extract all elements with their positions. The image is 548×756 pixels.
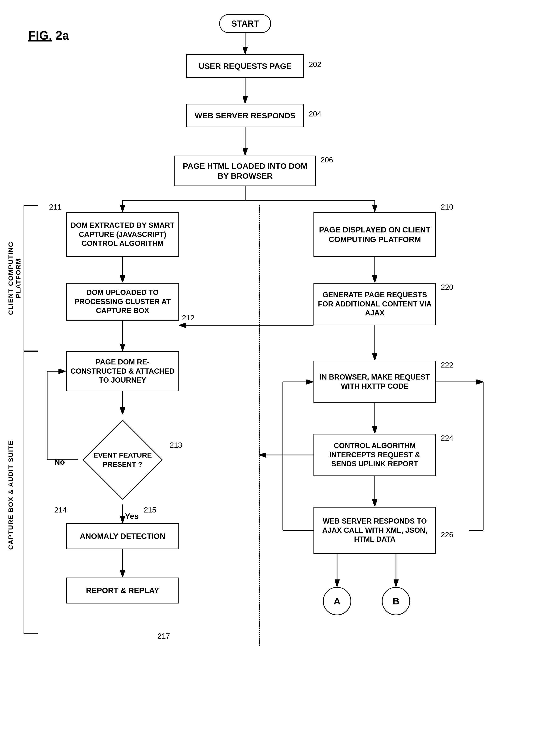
ref-202: 202 — [309, 60, 321, 69]
start-node: START — [219, 14, 271, 33]
box-210: PAGE DISPLAYED ON CLIENT COMPUTING PLATF… — [313, 212, 436, 257]
ref-211: 211 — [49, 203, 62, 211]
ref-210: 210 — [441, 203, 453, 211]
box-212: DOM UPLOADED TO PROCESSING CLUSTER AT CA… — [66, 283, 179, 321]
no-label: No — [54, 457, 65, 467]
ref-214: 214 — [54, 506, 67, 514]
fig-number: 2a — [56, 29, 69, 42]
ref-226: 226 — [441, 530, 453, 539]
box-222: IN BROWSER, MAKE REQUEST WITH HXTTP CODE — [313, 361, 436, 403]
box-pagerecon: PAGE DOM RE-CONSTRUCTED & ATTACHED TO JO… — [66, 351, 179, 391]
ref-217: 217 — [157, 632, 170, 640]
bracket-capture — [24, 351, 38, 634]
yes-label: Yes — [125, 512, 139, 521]
ref-220: 220 — [441, 283, 453, 292]
node-a: A — [323, 587, 351, 615]
fig-text: FIG. — [28, 29, 52, 42]
ref-204: 204 — [309, 110, 321, 118]
ref-212: 212 — [182, 314, 194, 322]
bracket-client — [24, 205, 38, 351]
box-226: WEB SERVER RESPONDS TO AJAX CALL WITH XM… — [313, 507, 436, 554]
ref-213: 213 — [170, 441, 182, 450]
box-220: GENERATE PAGE REQUESTS FOR ADDITIONAL CO… — [313, 283, 436, 325]
box-206: PAGE HTML LOADED INTO DOM BY BROWSER — [174, 156, 316, 186]
box-204: WEB SERVER RESPONDS — [186, 104, 304, 127]
box-202: USER REQUESTS PAGE — [186, 54, 304, 78]
diamond-event: EVENT FEATURE PRESENT ? — [78, 415, 167, 504]
node-b: B — [382, 587, 410, 615]
ref-206: 206 — [321, 156, 333, 164]
separator-line — [259, 205, 260, 646]
client-computing-label: CLIENT COMPUTING PLATFORM — [7, 231, 21, 325]
box-report: REPORT & REPLAY — [66, 578, 179, 603]
diagram: FIG. 2a START USER REQUESTS PAGE 202 WEB… — [0, 0, 548, 756]
figure-label: FIG. 2a — [28, 28, 69, 42]
ref-215: 215 — [144, 506, 156, 514]
box-211: DOM EXTRACTED BY SMART CAPTURE (JAVASCRI… — [66, 212, 179, 257]
diamond-text: EVENT FEATURE PRESENT ? — [78, 450, 167, 469]
ref-224: 224 — [441, 434, 453, 442]
box-anomaly: ANOMALY DETECTION — [66, 523, 179, 549]
capture-box-label: CAPTURE BOX & AUDIT SUITE — [7, 401, 21, 589]
ref-222: 222 — [441, 361, 453, 369]
box-224: CONTROL ALGORITHM INTERCEPTS REQUEST & S… — [313, 434, 436, 476]
